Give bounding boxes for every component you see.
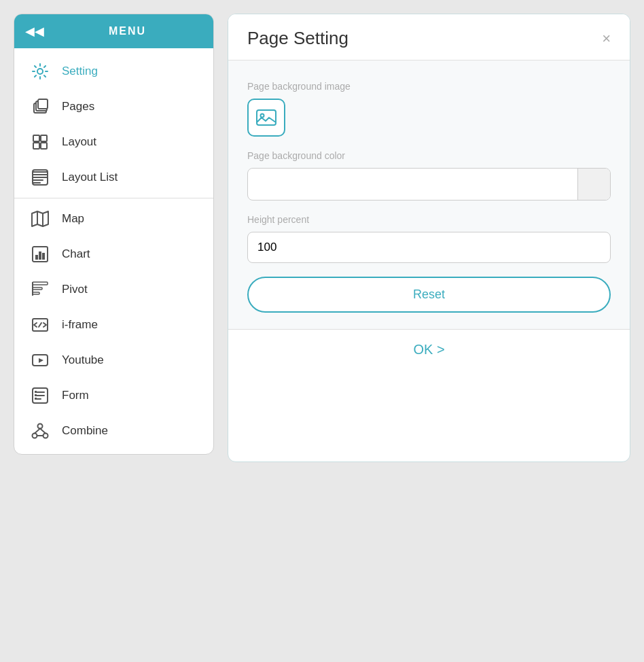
sidebar-item-iframe-label: i-frame: [62, 318, 98, 332]
sidebar-title: MENU: [52, 25, 202, 37]
svg-rect-28: [35, 391, 37, 393]
svg-point-31: [38, 424, 43, 429]
youtube-icon: [31, 351, 50, 370]
svg-rect-4: [33, 135, 39, 141]
sidebar-header: ◀◀ MENU: [14, 14, 213, 48]
sidebar-item-form-label: Form: [62, 389, 89, 402]
bg-color-label: Page background color: [247, 150, 611, 161]
modal-body: Page background image Page background co…: [228, 60, 630, 329]
map-icon: [31, 209, 50, 228]
sidebar-item-pages[interactable]: Pages: [14, 89, 213, 124]
height-percent-input[interactable]: [247, 232, 611, 263]
svg-point-32: [33, 434, 37, 438]
svg-rect-15: [42, 253, 45, 260]
image-upload-icon: [255, 107, 277, 128]
height-percent-label: Height percent: [247, 214, 611, 225]
svg-rect-13: [35, 255, 38, 260]
sidebar-item-layout-label: Layout: [62, 135, 96, 149]
svg-rect-3: [38, 99, 48, 109]
modal-header: Page Setting ×: [228, 14, 630, 60]
pages-icon: [31, 97, 50, 116]
svg-marker-9: [32, 211, 48, 226]
sidebar-item-pivot[interactable]: Pivot: [14, 272, 213, 307]
sidebar-divider: [14, 198, 213, 198]
iframe-icon: [31, 315, 50, 334]
sidebar-item-map[interactable]: Map: [14, 201, 213, 237]
sidebar-item-pages-label: Pages: [62, 100, 94, 114]
bg-color-text-input[interactable]: [248, 169, 577, 200]
sidebar-item-setting[interactable]: Setting: [14, 54, 213, 89]
sidebar-item-chart[interactable]: Chart: [14, 237, 213, 272]
page-setting-modal: Page Setting × Page background image Pag…: [228, 14, 630, 462]
svg-marker-23: [39, 358, 43, 363]
svg-rect-6: [33, 143, 39, 149]
modal-close-button[interactable]: ×: [602, 31, 611, 46]
sidebar-item-iframe[interactable]: i-frame: [14, 307, 213, 343]
sidebar-item-map-label: Map: [62, 212, 84, 226]
svg-rect-37: [257, 110, 276, 125]
svg-line-21: [39, 323, 41, 327]
setting-icon: [31, 62, 50, 81]
back-button[interactable]: ◀◀: [25, 24, 44, 39]
bg-image-upload-button[interactable]: [247, 99, 285, 137]
layout-icon: [31, 133, 50, 152]
svg-rect-14: [39, 251, 41, 260]
form-icon: [31, 386, 50, 405]
layout-list-icon: [31, 168, 50, 187]
sidebar-item-combine-label: Combine: [62, 424, 108, 438]
sidebar-item-youtube[interactable]: Youtube: [14, 343, 213, 378]
chart-icon: [31, 245, 50, 264]
svg-point-33: [43, 434, 48, 438]
sidebar-item-youtube-label: Youtube: [62, 353, 104, 367]
svg-point-38: [261, 114, 264, 118]
svg-line-34: [35, 429, 40, 434]
bg-color-swatch[interactable]: [577, 169, 610, 200]
sidebar-menu: Setting Pages L: [14, 48, 213, 454]
sidebar-item-form[interactable]: Form: [14, 378, 213, 413]
reset-button[interactable]: Reset: [247, 277, 611, 313]
svg-rect-30: [35, 398, 37, 400]
svg-rect-5: [41, 135, 47, 141]
sidebar-item-layout-list-label: Layout List: [62, 171, 118, 184]
modal-title: Page Setting: [247, 28, 348, 49]
svg-rect-17: [33, 288, 42, 290]
svg-line-35: [40, 429, 46, 434]
sidebar: ◀◀ MENU Setting Pages: [14, 14, 214, 455]
svg-rect-16: [33, 282, 48, 285]
svg-point-0: [37, 69, 43, 74]
svg-rect-7: [41, 143, 47, 149]
modal-footer: OK >: [228, 329, 630, 370]
sidebar-item-pivot-label: Pivot: [62, 283, 88, 296]
combine-icon: [31, 421, 50, 440]
pivot-icon: [31, 280, 50, 299]
sidebar-item-layout[interactable]: Layout: [14, 124, 213, 160]
bg-image-label: Page background image: [247, 81, 611, 92]
svg-rect-29: [35, 394, 37, 396]
sidebar-item-layout-list[interactable]: Layout List: [14, 160, 213, 195]
sidebar-item-setting-label: Setting: [62, 65, 98, 78]
bg-color-input-row: [247, 168, 611, 201]
ok-button[interactable]: OK >: [413, 342, 444, 358]
svg-rect-18: [33, 292, 39, 294]
sidebar-item-combine[interactable]: Combine: [14, 413, 213, 449]
sidebar-item-chart-label: Chart: [62, 247, 90, 261]
